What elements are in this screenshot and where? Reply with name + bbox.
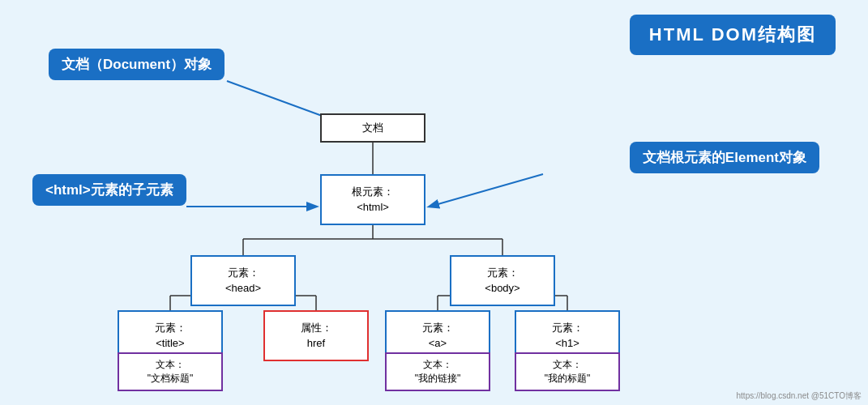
title-text: HTML DOM结构图 [649, 24, 816, 45]
node-title-line2: <title> [156, 336, 184, 351]
node-text-link-line1: 文本： [423, 358, 452, 372]
node-href-line2: href [307, 336, 325, 351]
node-text-link-line2: "我的链接" [415, 372, 461, 386]
svg-line-2 [430, 174, 543, 207]
node-root-html: 根元素： <html> [320, 174, 425, 225]
node-document: 文档 [320, 113, 425, 143]
diagram-container: HTML DOM结构图 文档（Document）对象 <html>元素的子元素 … [0, 0, 868, 405]
node-a-line2: <a> [429, 336, 447, 351]
node-body-line2: <body> [485, 281, 520, 296]
callout-html-child-label: <html>元素的子元素 [45, 182, 173, 198]
node-head-line2: <head> [225, 281, 261, 296]
node-head: 元素： <head> [190, 255, 296, 306]
watermark: https://blog.csdn.net @51CTO博客 [737, 390, 862, 402]
title-box: HTML DOM结构图 [630, 15, 836, 55]
node-h1-line1: 元素： [552, 321, 584, 335]
node-text-heading: 文本： "我的标题" [515, 352, 620, 391]
node-text-link: 文本： "我的链接" [385, 352, 490, 391]
node-text-title-line2: "文档标题" [148, 372, 194, 386]
callout-document-label: 文档（Document）对象 [62, 57, 212, 72]
node-root-line2: <html> [357, 200, 389, 215]
node-text-heading-line2: "我的标题" [545, 372, 591, 386]
callout-root-element-label: 文档根元素的Element对象 [643, 150, 806, 165]
node-href: 属性： href [263, 310, 369, 361]
node-text-heading-line1: 文本： [553, 358, 582, 372]
node-text-title: 文本： "文档标题" [118, 352, 223, 391]
node-body-line1: 元素： [487, 266, 519, 280]
watermark-text: https://blog.csdn.net @51CTO博客 [737, 391, 862, 400]
node-root-line1: 根元素： [352, 185, 394, 199]
node-title-line1: 元素： [155, 321, 186, 335]
node-h1-line2: <h1> [555, 336, 579, 351]
node-href-line1: 属性： [301, 321, 332, 335]
node-text-title-line1: 文本： [156, 358, 185, 372]
node-body: 元素： <body> [450, 255, 555, 306]
node-head-line1: 元素： [228, 266, 259, 280]
callout-root-element: 文档根元素的Element对象 [630, 142, 819, 173]
callout-html-child: <html>元素的子元素 [32, 174, 186, 206]
node-document-text: 文档 [362, 121, 383, 135]
callout-document: 文档（Document）对象 [49, 49, 224, 80]
node-a-line1: 元素： [422, 321, 454, 335]
